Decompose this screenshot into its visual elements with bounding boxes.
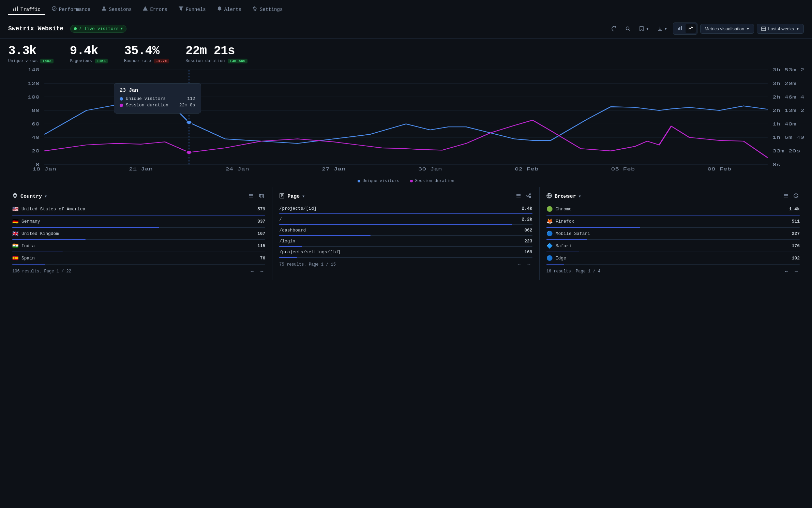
tooltip-session-label: Session duration (126, 103, 168, 108)
svg-rect-1 (15, 8, 16, 11)
nav-errors[interactable]: Errors (138, 4, 172, 15)
row-value: 223 (524, 239, 532, 244)
svg-text:33m 20s: 33m 20s (772, 149, 800, 153)
svg-text:27 Jan: 27 Jan (322, 167, 346, 171)
metrics-visualisation-button[interactable]: Metrics visualisation ▼ (700, 24, 754, 34)
nav-funnels[interactable]: Funnels (174, 4, 211, 15)
svg-point-66 (529, 194, 531, 195)
header-actions: ▼ ▼ Metrics visualisation ▼ Last 4 weeks… (609, 23, 804, 35)
svg-text:3h 53m 20s: 3h 53m 20s (772, 68, 804, 73)
row-value: 176 (792, 243, 800, 249)
browser-pagination: ← → (783, 268, 800, 275)
svg-text:0: 0 (35, 163, 40, 167)
row-value: 169 (524, 250, 532, 255)
svg-rect-10 (679, 27, 680, 30)
page-panel-footer: 75 results. Page 1 / 15 ← → (279, 261, 532, 268)
session-dot (120, 104, 123, 107)
list-icon[interactable] (247, 193, 255, 200)
list-item: 🇮🇳 India 115 (12, 241, 265, 252)
list-item: /dashboard 862 (279, 226, 532, 236)
country-panel-actions (247, 193, 265, 200)
country-pagination: ← → (249, 268, 266, 275)
bounce-rate-label: Bounce rate (124, 59, 151, 63)
browser-prev-page[interactable]: ← (783, 268, 790, 275)
browser-panel-title[interactable]: Browser ▼ (546, 193, 581, 200)
svg-text:20: 20 (32, 149, 40, 153)
unique-views-label: Unique views (8, 59, 37, 63)
errors-icon (142, 6, 148, 13)
list-item: 🇪🇸 Spain 76 (12, 254, 265, 265)
refresh-button[interactable] (609, 24, 620, 33)
metrics-row: 3.3k Unique views +482 9.4k Pageviews +1… (0, 39, 812, 66)
nav-performance[interactable]: Performance (47, 4, 95, 15)
svg-rect-11 (681, 26, 682, 30)
row-label: Spain (21, 256, 260, 261)
page-tree-icon[interactable] (525, 193, 532, 200)
tooltip-session-value: 22m 8s (171, 103, 195, 108)
nav-traffic[interactable]: Traffic (8, 4, 45, 15)
bookmark-button[interactable]: ▼ (636, 24, 652, 33)
unique-views-value: 3.3k (8, 44, 54, 58)
row-value: 227 (792, 231, 800, 236)
svg-line-68 (528, 194, 529, 196)
row-value: 511 (792, 219, 800, 224)
pageviews-badge: +154 (95, 59, 108, 63)
line-chart-button[interactable] (686, 24, 696, 33)
header-row: Swetrix Website 7 live visitors ▼ ▼ ▼ (0, 19, 812, 39)
chevron-down-icon: ▼ (796, 27, 799, 31)
country-prev-page[interactable]: ← (249, 268, 256, 275)
svg-text:18 Jan: 18 Jan (32, 167, 56, 171)
list-item: /projects/[id] 2.4k (279, 205, 532, 214)
row-label: /projects/[id] (279, 206, 522, 211)
svg-point-4 (103, 6, 105, 9)
row-label: India (21, 243, 257, 249)
svg-text:1h 40m: 1h 40m (772, 122, 796, 126)
legend-unique-visitors: Unique visitors (358, 179, 399, 183)
tooltip-visitors-value: 112 (179, 96, 195, 101)
nav-settings[interactable]: Settings (247, 4, 287, 15)
date-range-button[interactable]: Last 4 weeks ▼ (757, 24, 804, 34)
search-button[interactable] (622, 24, 633, 33)
row-value: 115 (257, 243, 265, 249)
nav-sessions[interactable]: Sessions (96, 4, 136, 15)
svg-text:140: 140 (28, 68, 40, 73)
page-list-icon[interactable] (515, 193, 522, 200)
bar-chart-button[interactable] (675, 24, 685, 33)
download-button[interactable]: ▼ (655, 24, 670, 33)
list-item: 🔷 Safari 176 (546, 241, 800, 252)
browser-list-icon[interactable] (782, 193, 790, 200)
pageviews-label: Pageviews (70, 59, 92, 63)
country-next-page[interactable]: → (258, 268, 265, 275)
pageviews-value: 9.4k (70, 44, 108, 58)
svg-line-8 (629, 30, 630, 31)
svg-text:120: 120 (28, 81, 40, 86)
row-label: /login (279, 239, 524, 244)
list-item: /login 223 (279, 237, 532, 247)
page-prev-page[interactable]: ← (516, 261, 523, 268)
session-duration-badge: +3m 58s (228, 59, 247, 63)
main-chart[interactable]: 0 20 40 60 80 100 120 140 0s 33m 20s 1h … (8, 66, 804, 175)
browser-next-page[interactable]: → (793, 268, 800, 275)
location-icon (12, 193, 18, 200)
svg-point-67 (529, 196, 531, 198)
row-value: 579 (257, 207, 265, 212)
page-chevron-icon: ▼ (302, 195, 304, 198)
list-item: 🇩🇪 Germany 337 (12, 217, 265, 228)
browser-pie-icon[interactable] (792, 193, 800, 200)
row-label: United States of America (21, 207, 257, 212)
browser-panel: Browser ▼ 🟢 Chrome 1.4k (540, 187, 807, 280)
nav-alerts[interactable]: Alerts (212, 4, 246, 15)
country-panel-title[interactable]: Country ▼ (12, 193, 47, 200)
page-next-page[interactable]: → (525, 261, 532, 268)
list-item: 🇬🇧 United Kingdom 167 (12, 229, 265, 240)
map-icon[interactable] (258, 193, 265, 200)
metric-bounce-rate: 35.4% Bounce rate -4.7% (124, 44, 169, 63)
live-visitors-badge[interactable]: 7 live visitors ▼ (70, 25, 126, 33)
list-item: 🇺🇸 United States of America 579 (12, 205, 265, 215)
svg-text:0s: 0s (772, 163, 780, 167)
unique-views-badge: +482 (40, 59, 53, 63)
svg-text:100: 100 (28, 95, 40, 100)
svg-rect-2 (17, 6, 18, 11)
row-label: Chrome (556, 207, 789, 212)
page-panel-title[interactable]: Page ▼ (279, 193, 304, 200)
